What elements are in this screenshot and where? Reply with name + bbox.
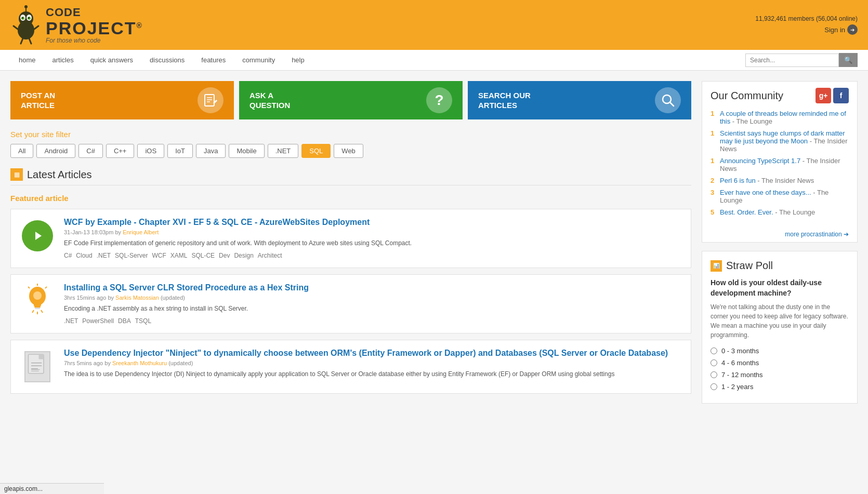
search-button[interactable]: 🔍 <box>839 53 858 67</box>
svg-line-31 <box>28 287 30 288</box>
community-link-4: 2 Perl 6 is fun - The Insider News <box>711 177 849 184</box>
svg-line-32 <box>45 287 47 288</box>
site-filter: Set your site filter All Android C# C++ … <box>10 130 691 158</box>
mascot-icon <box>10 4 42 46</box>
more-procrastination-link[interactable]: more procrastination ➔ <box>785 231 849 238</box>
svg-line-21 <box>670 102 674 106</box>
featured-meta: 31-Jan-13 18:03pm by Enrique Albert <box>64 229 682 235</box>
featured-article: WCF by Example - Chapter XVI - EF 5 & SQ… <box>10 209 691 268</box>
featured-tags: C# Cloud .NET SQL-Server WCF XAML SQL-CE… <box>64 252 682 259</box>
poll-radio-3[interactable] <box>711 371 717 378</box>
article2-title[interactable]: Installing a SQL Server CLR Stored Proce… <box>64 283 682 292</box>
site-filter-label: Set your site filter <box>10 130 691 139</box>
poll-radio-2[interactable] <box>711 359 717 366</box>
community-link-1: 1 A couple of threads below reminded me … <box>711 110 849 125</box>
svg-rect-16 <box>205 95 214 106</box>
poll-radio-4[interactable] <box>711 383 717 390</box>
post-article-icon <box>198 87 223 113</box>
filter-all[interactable]: All <box>10 144 33 158</box>
community-link-3: 1 Announcing TypeScript 1.7 - The Inside… <box>711 157 849 172</box>
article2-meta: 3hrs 15mins ago by Sarkis Matossian (upd… <box>64 295 682 301</box>
articles-icon: ▦ <box>10 168 23 181</box>
svg-rect-26 <box>35 308 40 309</box>
community-top: Our Community g+ f <box>711 88 849 103</box>
poll-title: Straw Poll <box>726 260 773 272</box>
community-link-3-text[interactable]: Announcing TypeScript 1.7 <box>720 157 800 165</box>
article2-desc: Encoding a .NET assembly as a hex string… <box>64 304 682 313</box>
post-article-label: POST ANARTICLE <box>21 90 55 111</box>
svg-line-28 <box>32 310 34 313</box>
ask-question-button[interactable]: ASK AQUESTION ? <box>239 81 463 119</box>
nav-features[interactable]: features <box>193 50 234 70</box>
community-link-4-text[interactable]: Perl 6 is fun <box>720 177 756 184</box>
svg-line-15 <box>29 38 31 44</box>
featured-label: Featured article <box>10 194 691 203</box>
article3-author[interactable]: Sreekanth Mothukuru <box>112 360 167 366</box>
article3-content: Use Dependency Injector "Ninject" to dyn… <box>64 349 682 385</box>
article2-thumb <box>19 283 56 319</box>
svg-marker-22 <box>35 232 42 240</box>
featured-desc: EF Code First implementation of generic … <box>64 238 682 248</box>
filter-dotnet[interactable]: .NET <box>268 144 299 158</box>
svg-point-33 <box>33 291 42 300</box>
article-3: Use Dependency Injector "Ninject" to dyn… <box>10 340 691 394</box>
community-link-5-text[interactable]: Ever have one of these days... <box>720 189 811 196</box>
logo-project-text: PROJECT® <box>46 19 143 37</box>
latest-articles-title: ▦ Latest Articles <box>10 168 691 185</box>
svg-point-11 <box>24 5 28 8</box>
filter-java[interactable]: Java <box>196 144 226 158</box>
search-articles-button[interactable]: SEARCH OURARTICLES <box>468 81 691 119</box>
community-link-6-text[interactable]: Best. Order. Ever. <box>720 208 773 216</box>
logo-text: CODE PROJECT® For those who code <box>46 6 143 44</box>
poll-description: We're not talking about the dusty one in… <box>711 302 849 340</box>
post-article-button[interactable]: POST ANARTICLE <box>10 81 234 119</box>
sign-in-link[interactable]: Sign in ➔ <box>824 24 858 35</box>
filter-iot[interactable]: IoT <box>167 144 193 158</box>
nav-search-area: 🔍 <box>745 53 858 67</box>
article3-thumb <box>19 349 56 385</box>
featured-title[interactable]: WCF by Example - Chapter XVI - EF 5 & SQ… <box>64 218 682 227</box>
article2-tags: .NET PowerShell DBA TSQL <box>64 317 682 325</box>
article2-author[interactable]: Sarkis Matossian <box>115 295 159 301</box>
search-articles-label: SEARCH OURARTICLES <box>478 90 531 111</box>
svg-line-29 <box>41 310 43 313</box>
filter-csharp[interactable]: C# <box>78 144 103 158</box>
logo-tagline-text: For those who code <box>46 37 143 44</box>
svg-line-14 <box>21 38 23 44</box>
article-2: Installing a SQL Server CLR Stored Proce… <box>10 274 691 333</box>
logo-area: CODE PROJECT® For those who code <box>10 4 143 46</box>
facebook-icon[interactable]: f <box>833 88 849 103</box>
filter-ios[interactable]: iOS <box>137 144 164 158</box>
svg-point-9 <box>28 17 29 18</box>
poll-section: 📊 Straw Poll How old is your oldest dail… <box>702 251 858 404</box>
bulb-icon <box>22 283 53 319</box>
svg-point-8 <box>22 17 23 18</box>
search-input[interactable] <box>745 54 839 67</box>
filter-mobile[interactable]: Mobile <box>229 144 264 158</box>
article3-title[interactable]: Use Dependency Injector "Ninject" to dyn… <box>64 349 682 358</box>
nav-discussions[interactable]: discussions <box>141 50 193 70</box>
googleplus-icon[interactable]: g+ <box>816 88 831 103</box>
nav-quick-answers[interactable]: quick answers <box>82 50 141 70</box>
poll-radio-1[interactable] <box>711 348 717 354</box>
filter-web[interactable]: Web <box>334 144 363 158</box>
social-icons: g+ f <box>816 88 849 103</box>
community-links: Our Community g+ f 1 A couple of threads… <box>702 82 857 226</box>
nav-articles[interactable]: articles <box>44 50 82 70</box>
sidebar: Our Community g+ f 1 A couple of threads… <box>702 81 858 404</box>
svg-rect-24 <box>34 304 41 306</box>
featured-author[interactable]: Enrique Albert <box>123 229 159 235</box>
poll-icon: 📊 <box>711 260 722 272</box>
nav-help[interactable]: help <box>283 50 313 70</box>
content-area: POST ANARTICLE ASK AQUESTION ? <box>10 81 691 404</box>
svg-line-13 <box>34 26 38 29</box>
filter-android[interactable]: Android <box>36 144 75 158</box>
poll-option-4: 1 - 2 years <box>711 383 849 391</box>
poll-option-3: 7 - 12 months <box>711 371 849 379</box>
community-link-2: 1 Scientist says huge clumps of dark mat… <box>711 129 849 153</box>
nav-community[interactable]: community <box>234 50 283 70</box>
filter-cpp[interactable]: C++ <box>106 144 135 158</box>
svg-line-12 <box>14 26 18 29</box>
filter-sql[interactable]: SQL <box>301 144 331 158</box>
nav-home[interactable]: home <box>10 50 44 70</box>
